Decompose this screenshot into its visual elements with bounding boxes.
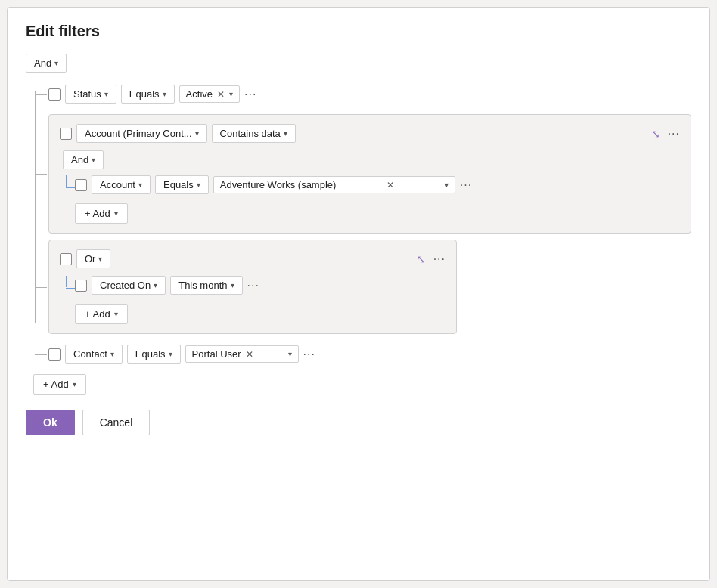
group-account-more[interactable]: ··· xyxy=(668,127,680,141)
filter-group-account: Account (Primary Cont... ▾ Contains data… xyxy=(48,114,691,234)
checkbox-group-account[interactable] xyxy=(60,128,72,140)
collapse-icon-or[interactable]: ⤡ xyxy=(417,253,426,265)
or-connector[interactable]: Or ▾ xyxy=(76,249,110,268)
nested-connector-line xyxy=(60,175,75,199)
top-and-connector[interactable]: And ▾ xyxy=(26,54,67,73)
nested-content-or: Created On ▾ This month ▾ ··· xyxy=(75,276,445,299)
collapse-icon-account[interactable]: ⤡ xyxy=(651,128,660,140)
group-header-left-account: Account (Primary Cont... ▾ Contains data… xyxy=(60,124,296,143)
operator-dropdown-account-equals[interactable]: Equals ▾ xyxy=(155,175,209,194)
value-chevron-active[interactable]: ▾ xyxy=(229,90,233,98)
add-button-group2[interactable]: + Add ▾ xyxy=(75,304,128,324)
value-tag-active: Active ✕ ▾ xyxy=(179,85,240,103)
field-dropdown-status[interactable]: Status ▾ xyxy=(65,85,116,104)
nested-section-or: Created On ▾ This month ▾ ··· xyxy=(60,276,445,299)
value-chevron-contact[interactable]: ▾ xyxy=(288,350,292,358)
nested-connector-line-or xyxy=(60,276,75,299)
filter-row-status: Status ▾ Equals ▾ Active ✕ ▾ ··· xyxy=(48,80,691,108)
row-contact-more[interactable]: ··· xyxy=(303,348,315,361)
group-header-or: Or ▾ ⤡ ··· xyxy=(60,249,445,268)
and-label: And xyxy=(34,57,51,69)
group-header-right-or: ⤡ ··· xyxy=(417,252,445,266)
nested-row-createdon: Created On ▾ This month ▾ ··· xyxy=(75,276,445,295)
add-button-group1[interactable]: + Add ▾ xyxy=(75,203,128,224)
edit-filters-dialog: Edit filters And ▾ Status ▾ Equals ▾ Act… xyxy=(7,7,710,581)
checkbox-status[interactable] xyxy=(48,88,61,101)
group-header-account: Account (Primary Cont... ▾ Contains data… xyxy=(60,124,680,143)
checkbox-contact[interactable] xyxy=(48,348,61,361)
field-dropdown-createdon[interactable]: Created On ▾ xyxy=(92,276,166,295)
dialog-title: Edit filters xyxy=(26,23,691,40)
dialog-actions: Ok Cancel xyxy=(26,410,691,435)
operator-dropdown-group-account[interactable]: Contains data ▾ xyxy=(212,124,296,143)
nested-account-more[interactable]: ··· xyxy=(460,178,472,192)
filter-row-contact: Contact ▾ Equals ▾ Portal User ✕ ▾ ··· xyxy=(48,340,691,368)
group-and-connector[interactable]: And ▾ xyxy=(63,150,104,169)
operator-dropdown-thismonth[interactable]: This month ▾ xyxy=(170,276,242,295)
bottom-add-button[interactable]: + Add ▾ xyxy=(33,374,86,395)
remove-active-tag[interactable]: ✕ xyxy=(217,89,225,100)
group-block-or: Or ▾ ⤡ ··· xyxy=(48,240,457,334)
operator-dropdown-status[interactable]: Equals ▾ xyxy=(121,85,175,104)
filter-group-or: Or ▾ ⤡ ··· xyxy=(48,240,691,334)
group-header-right-account: ⤡ ··· xyxy=(651,127,680,141)
field-dropdown-group-account[interactable]: Account (Primary Cont... ▾ xyxy=(76,124,207,143)
ok-button[interactable]: Ok xyxy=(26,410,75,435)
group-header-left-or: Or ▾ xyxy=(60,249,110,268)
nested-content-account: Account ▾ Equals ▾ Adventure Works (samp… xyxy=(75,175,680,199)
field-dropdown-contact[interactable]: Contact ▾ xyxy=(65,345,123,364)
value-tag-adventure-works: Adventure Works (sample) ✕ ▾ xyxy=(213,176,455,193)
group-block-account: Account (Primary Cont... ▾ Contains data… xyxy=(48,114,691,234)
group-and-label-row: And ▾ xyxy=(60,150,680,169)
createdon-more[interactable]: ··· xyxy=(247,279,259,292)
cancel-button[interactable]: Cancel xyxy=(82,410,151,435)
field-dropdown-account[interactable]: Account ▾ xyxy=(92,175,151,194)
and-chevron: ▾ xyxy=(54,59,58,67)
checkbox-nested-account[interactable] xyxy=(75,179,87,191)
filter-rows-container: Status ▾ Equals ▾ Active ✕ ▾ ··· xyxy=(26,80,691,368)
checkbox-createdon[interactable] xyxy=(75,280,87,292)
value-tag-portaluser: Portal User ✕ ▾ xyxy=(185,345,299,363)
nested-row-account: Account ▾ Equals ▾ Adventure Works (samp… xyxy=(75,175,680,194)
remove-adventure-works-tag[interactable]: ✕ xyxy=(386,180,394,190)
nested-section-account: Account ▾ Equals ▾ Adventure Works (samp… xyxy=(60,175,680,199)
row-status-more[interactable]: ··· xyxy=(244,88,256,101)
checkbox-group-or[interactable] xyxy=(60,253,72,265)
value-chevron-aw[interactable]: ▾ xyxy=(445,181,449,189)
operator-dropdown-contact[interactable]: Equals ▾ xyxy=(127,345,181,364)
group-or-more[interactable]: ··· xyxy=(433,252,445,266)
remove-portaluser-tag[interactable]: ✕ xyxy=(246,349,253,360)
